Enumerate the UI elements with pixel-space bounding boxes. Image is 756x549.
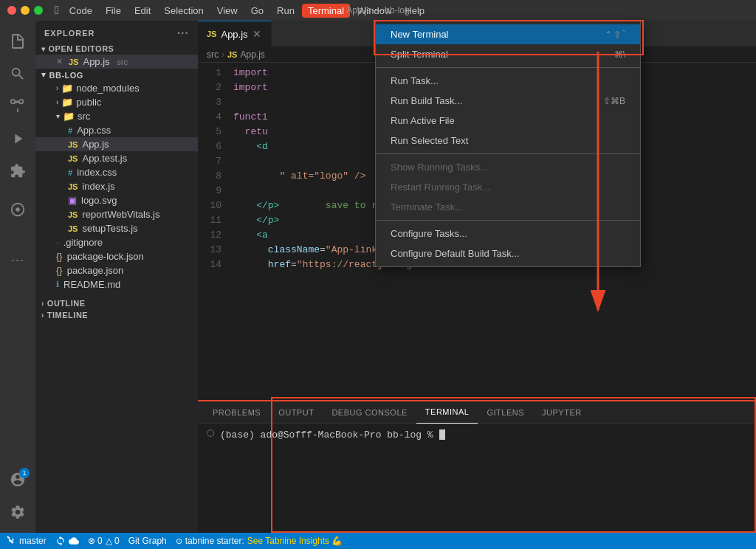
terminal-panel: PROBLEMS OUTPUT DEBUG CONSOLE TERMINAL G… bbox=[198, 400, 756, 533]
menu-option-label: Run Build Task... bbox=[391, 95, 462, 106]
open-editors-label: OPEN EDITORS bbox=[49, 44, 114, 53]
status-sync[interactable] bbox=[55, 536, 79, 546]
activity-bottom: 1 bbox=[3, 465, 32, 533]
minimize-button[interactable] bbox=[21, 6, 30, 15]
panel-tab-terminal[interactable]: TERMINAL bbox=[416, 401, 478, 424]
timeline-label: TIMELINE bbox=[47, 311, 88, 320]
open-editor-item-appjs[interactable]: ✕ JS App.js src bbox=[35, 55, 198, 69]
timeline-section[interactable]: › TIMELINE bbox=[35, 309, 198, 321]
status-branch[interactable]: master bbox=[6, 536, 47, 546]
panel-tab-problems[interactable]: PROBLEMS bbox=[204, 401, 269, 424]
file-app-test[interactable]: JS App.test.js bbox=[35, 151, 198, 165]
panel-tab-output[interactable]: OUTPUT bbox=[269, 401, 323, 424]
menu-option-label: Configure Default Build Task... bbox=[391, 248, 520, 259]
js-file-icon: JS bbox=[68, 210, 78, 219]
file-package-lock[interactable]: {} package-lock.json bbox=[35, 249, 198, 263]
menu-edit[interactable]: Edit bbox=[128, 4, 157, 18]
file-gitignore[interactable]: · .gitignore bbox=[35, 235, 198, 249]
activity-icon-files[interactable] bbox=[3, 27, 32, 56]
file-index-css[interactable]: # index.css bbox=[35, 165, 198, 179]
filename: index.js bbox=[82, 181, 114, 192]
outline-section[interactable]: › OUTLINE bbox=[35, 297, 198, 309]
menu-file[interactable]: File bbox=[100, 4, 127, 18]
menu-option-split-terminal[interactable]: Split Terminal ⌘\ bbox=[376, 44, 640, 64]
open-editors-chevron-icon: ▾ bbox=[41, 45, 46, 53]
menu-option-run-active-file[interactable]: Run Active File bbox=[376, 111, 640, 131]
status-git-graph[interactable]: Git Graph bbox=[128, 536, 167, 546]
menu-option-run-build-task[interactable]: Run Build Task... ⇧⌘B bbox=[376, 91, 640, 111]
menu-run[interactable]: Run bbox=[271, 4, 300, 18]
file-app-js[interactable]: JS App.js bbox=[35, 137, 198, 151]
menu-shortcut: ⇧⌘B bbox=[603, 96, 625, 106]
menu-terminal[interactable]: Terminal bbox=[302, 4, 350, 18]
css-file-icon: # bbox=[68, 168, 72, 177]
file-logo-svg[interactable]: ▣ logo.svg bbox=[35, 193, 198, 207]
git-file-icon: · bbox=[56, 237, 59, 248]
menu-option-label: Run Selected Text bbox=[391, 135, 468, 146]
file-setup-tests[interactable]: JS setupTests.js bbox=[35, 221, 198, 235]
terminal-content[interactable]: (base) ado@Sofff-MacBook-Pro bb-log % bbox=[198, 424, 756, 533]
status-tabnine[interactable]: ⊙ tabnine starter: See Tabnine Insights … bbox=[176, 536, 343, 546]
activity-icon-extensions[interactable] bbox=[3, 156, 32, 186]
warnings-count: △ 0 bbox=[106, 536, 120, 546]
folder-name: node_modules bbox=[76, 83, 139, 94]
breadcrumb-file[interactable]: App.js bbox=[240, 49, 264, 60]
menu-selection[interactable]: Selection bbox=[158, 4, 209, 18]
menu-option-run-selected-text[interactable]: Run Selected Text bbox=[376, 131, 640, 151]
panel-tab-gitlens[interactable]: GITLENS bbox=[478, 401, 533, 424]
file-package-json[interactable]: {} package.json bbox=[35, 263, 198, 277]
folder-public[interactable]: › 📁 public bbox=[35, 95, 198, 109]
folder-node-modules[interactable]: › 📁 node_modules bbox=[35, 81, 198, 95]
folder-chevron-icon: › bbox=[56, 84, 58, 92]
menu-shortcut: ⌃⇧` bbox=[605, 30, 625, 40]
menu-code[interactable]: Code bbox=[63, 4, 98, 18]
menu-separator-1 bbox=[376, 67, 640, 68]
json-file-icon: {} bbox=[56, 251, 63, 262]
close-button[interactable] bbox=[7, 6, 16, 15]
status-bar: master ⊗ 0 △ 0 Git Graph ⊙ tabnine start… bbox=[0, 533, 756, 549]
activity-icon-more[interactable]: ··· bbox=[3, 245, 32, 274]
breadcrumb-src[interactable]: src bbox=[207, 49, 219, 60]
menu-separator-3 bbox=[376, 220, 640, 221]
menu-option-label: Show Running Tasks... bbox=[391, 162, 488, 173]
file-readme[interactable]: ℹ README.md bbox=[35, 277, 198, 291]
menu-option-configure-default-build-task[interactable]: Configure Default Build Task... bbox=[376, 244, 640, 263]
menu-separator-2 bbox=[376, 153, 640, 154]
file-index-js[interactable]: JS index.js bbox=[35, 179, 198, 193]
file-app-css[interactable]: # App.css bbox=[35, 123, 198, 137]
menu-option-run-task[interactable]: Run Task... bbox=[376, 71, 640, 91]
activity-icon-search[interactable] bbox=[3, 59, 32, 89]
sidebar-header: EXPLORER ··· bbox=[35, 21, 198, 43]
menu-option-configure-tasks[interactable]: Configure Tasks... bbox=[376, 224, 640, 244]
tabnine-label: tabnine starter: bbox=[185, 536, 244, 546]
terminal-dropdown-menu: New Terminal ⌃⇧` Split Terminal ⌘\ Run T… bbox=[375, 21, 641, 267]
close-tab-icon[interactable]: ✕ bbox=[56, 57, 63, 66]
menu-option-new-terminal[interactable]: New Terminal ⌃⇧` bbox=[376, 24, 640, 44]
menu-option-label: Split Terminal bbox=[391, 49, 448, 60]
activity-icon-source-control[interactable] bbox=[3, 92, 32, 121]
open-editors-section[interactable]: ▾ OPEN EDITORS bbox=[35, 43, 198, 55]
menu-view[interactable]: View bbox=[211, 4, 244, 18]
activity-icon-remote[interactable] bbox=[3, 195, 32, 224]
activity-icon-account[interactable]: 1 bbox=[3, 465, 32, 494]
js-file-icon: JS bbox=[68, 140, 78, 149]
tabnine-link[interactable]: See Tabnine Insights 💪 bbox=[247, 536, 343, 546]
panel-tab-jupyter[interactable]: JUPYTER bbox=[533, 401, 591, 424]
js-file-icon: JS bbox=[68, 182, 78, 191]
sidebar-more-icon[interactable]: ··· bbox=[177, 27, 189, 40]
activity-icon-run[interactable] bbox=[3, 124, 32, 153]
panel-tab-debug-console[interactable]: DEBUG CONSOLE bbox=[323, 401, 416, 424]
filename: logo.svg bbox=[81, 195, 117, 206]
tab-app-js[interactable]: JS App.js ✕ bbox=[198, 21, 272, 46]
folder-src[interactable]: ▾ 📁 src bbox=[35, 109, 198, 123]
bb-log-section[interactable]: ▾ BB-LOG bbox=[35, 69, 198, 81]
maximize-button[interactable] bbox=[34, 6, 43, 15]
sidebar: EXPLORER ··· ▾ OPEN EDITORS ✕ JS App.js … bbox=[35, 21, 198, 533]
menu-go[interactable]: Go bbox=[245, 4, 269, 18]
activity-icon-settings[interactable] bbox=[3, 497, 32, 527]
terminal-prompt-text: (base) ado@Sofff-MacBook-Pro bb-log % bbox=[220, 429, 433, 441]
tab-close-icon[interactable]: ✕ bbox=[252, 28, 261, 40]
file-report-web-vitals[interactable]: JS reportWebVitals.js bbox=[35, 207, 198, 221]
status-errors[interactable]: ⊗ 0 △ 0 bbox=[88, 536, 120, 546]
git-graph-label: Git Graph bbox=[128, 536, 167, 546]
